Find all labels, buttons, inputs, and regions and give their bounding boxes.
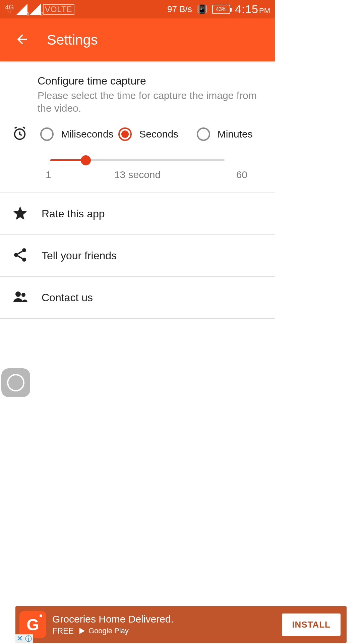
radio-label: Minutes (218, 128, 253, 140)
radio-milliseconds[interactable]: Miliseconds (40, 127, 118, 141)
svg-point-3 (22, 258, 26, 262)
slider-thumb-icon[interactable] (81, 155, 91, 165)
time-slider[interactable] (50, 159, 225, 161)
signal-2-icon: 2 (29, 4, 41, 15)
assistive-touch-button[interactable] (1, 368, 30, 397)
slider-max: 60 (236, 169, 247, 180)
menu-label: Rate this app (42, 208, 105, 220)
app-bar: Settings (0, 18, 275, 61)
page-title: Settings (47, 32, 98, 48)
radio-minutes[interactable]: Minutes (197, 127, 275, 141)
rate-app-item[interactable]: Rate this app (0, 193, 275, 234)
share-icon (12, 247, 28, 264)
svg-point-2 (14, 253, 18, 257)
radio-seconds[interactable]: Seconds (118, 127, 196, 141)
section-title: Configure time capture (38, 75, 261, 87)
svg-point-1 (22, 248, 26, 252)
network-indicator: 4G ↑↓ (5, 5, 14, 14)
svg-point-5 (21, 293, 25, 297)
star-icon (12, 205, 28, 222)
configure-time-section: Configure time capture Please select the… (0, 61, 275, 193)
radio-label: Seconds (139, 128, 178, 140)
radio-label: Miliseconds (61, 128, 114, 140)
vibrate-icon: 📳 (197, 4, 207, 14)
radio-unchecked-icon (197, 127, 210, 141)
section-subtitle: Please select the time for capture the i… (38, 89, 261, 114)
menu-label: Tell your friends (42, 250, 117, 262)
radio-checked-icon (118, 127, 132, 141)
svg-point-4 (15, 291, 21, 297)
battery-icon: 43% (212, 5, 230, 14)
status-bar: 4G ↑↓ 1 2 VOLTE 97 B/s 📳 43% 4:15PM (0, 0, 275, 18)
tell-friends-item[interactable]: Tell your friends (0, 235, 275, 276)
slider-current: 13 second (114, 169, 161, 180)
divider (0, 318, 275, 319)
people-icon (12, 289, 28, 306)
signal-1-icon: 1 (16, 4, 27, 15)
alarm-clock-icon (12, 126, 27, 143)
slider-labels: 1 13 second 60 (0, 169, 275, 180)
data-rate: 97 B/s (167, 4, 192, 14)
back-arrow-icon[interactable] (15, 32, 29, 48)
menu-label: Contact us (42, 291, 93, 304)
volte-badge: VOLTE (43, 4, 74, 15)
circle-icon (7, 374, 24, 391)
slider-min: 1 (46, 169, 51, 180)
status-clock: 4:15PM (235, 3, 270, 16)
contact-us-item[interactable]: Contact us (0, 277, 275, 318)
radio-unchecked-icon (40, 127, 54, 141)
